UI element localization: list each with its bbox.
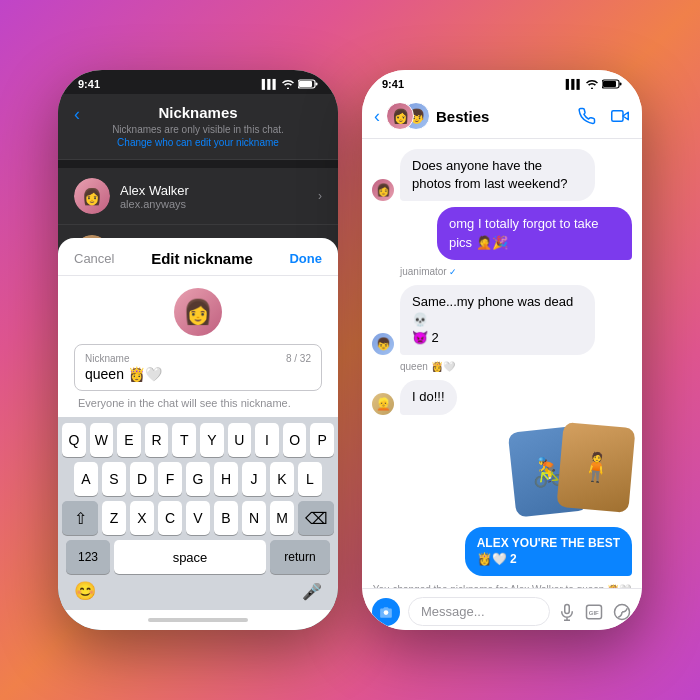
key-f[interactable]: F: [158, 462, 182, 496]
nicknames-title: Nicknames: [90, 104, 306, 121]
contact-item-alex[interactable]: 👩 Alex Walker alex.anyways ›: [58, 168, 338, 225]
key-l[interactable]: L: [298, 462, 322, 496]
key-b[interactable]: B: [214, 501, 238, 535]
svg-rect-6: [612, 111, 623, 122]
left-status-icons: ▌▌▌: [262, 79, 318, 89]
keyboard-row-3: ⇧ Z X C V B N M ⌫: [62, 501, 334, 535]
key-v[interactable]: V: [186, 501, 210, 535]
key-k[interactable]: K: [270, 462, 294, 496]
keyboard-row-1: Q W E R T Y U I O P: [62, 423, 334, 457]
message-input[interactable]: Message...: [408, 597, 550, 626]
chat-input-bar: Message... GIF: [362, 588, 642, 630]
home-indicator-left: [58, 610, 338, 630]
key-d[interactable]: D: [130, 462, 154, 496]
mic-icon[interactable]: [558, 603, 576, 621]
svg-rect-5: [620, 83, 622, 86]
key-g[interactable]: G: [186, 462, 210, 496]
nickname-input-box[interactable]: Nickname 8 / 32 queen 👸🤍: [74, 344, 322, 391]
right-status-icons: ▌▌▌: [566, 79, 622, 89]
key-u[interactable]: U: [228, 423, 252, 457]
cancel-button[interactable]: Cancel: [74, 251, 114, 266]
nickname-input-section: Nickname 8 / 32 queen 👸🤍 Everyone in the…: [58, 344, 338, 417]
msg-row-1: 👩 Does anyone have the photos from last …: [372, 149, 632, 201]
msg-sender-label-juanimator: juanimator ✓: [400, 266, 632, 277]
alex-username: alex.anyways: [120, 198, 318, 210]
gif-icon[interactable]: GIF: [584, 603, 604, 621]
nickname-label: Nickname: [85, 353, 129, 364]
svg-rect-4: [603, 81, 616, 87]
call-icon[interactable]: [578, 107, 596, 125]
keyboard-row-2: A S D F G H J K L: [62, 462, 334, 496]
nickname-value: queen 👸🤍: [85, 366, 311, 382]
right-wifi-icon: [586, 79, 598, 89]
space-key[interactable]: space: [114, 540, 266, 574]
wifi-icon: [282, 79, 294, 89]
key-s[interactable]: S: [102, 462, 126, 496]
shift-key[interactable]: ⇧: [62, 501, 98, 535]
home-bar-left: [148, 618, 248, 622]
key-w[interactable]: W: [90, 423, 114, 457]
key-h[interactable]: H: [214, 462, 238, 496]
key-r[interactable]: R: [145, 423, 169, 457]
photo-icon-2: 🧍: [556, 422, 635, 513]
msg-bubble-4: I do!!!: [400, 380, 457, 414]
backspace-key[interactable]: ⌫: [298, 501, 334, 535]
right-signal-icon: ▌▌▌: [566, 79, 582, 89]
msg-row-4: 👱 I do!!!: [372, 380, 632, 414]
key-a[interactable]: A: [74, 462, 98, 496]
key-e[interactable]: E: [117, 423, 141, 457]
key-p[interactable]: P: [310, 423, 334, 457]
back-button[interactable]: ‹: [74, 104, 80, 125]
video-icon[interactable]: [610, 107, 630, 125]
battery-icon: [298, 79, 318, 89]
group-avatar-1: 👩: [386, 102, 414, 130]
svg-rect-9: [565, 604, 570, 613]
nickname-count: 8 / 32: [286, 353, 311, 364]
msg-bubble-1: Does anyone have the photos from last we…: [400, 149, 595, 201]
alex-avatar: 👩: [74, 178, 110, 214]
key-c[interactable]: C: [158, 501, 182, 535]
change-nickname-link[interactable]: Change who can edit your nickname: [117, 137, 279, 148]
key-q[interactable]: Q: [62, 423, 86, 457]
msg-row-2: omg I totally forgot to take pics 🤦🎉: [372, 207, 632, 259]
svg-marker-7: [623, 112, 628, 120]
key-m[interactable]: M: [270, 501, 294, 535]
alex-name: Alex Walker: [120, 183, 318, 198]
key-o[interactable]: O: [283, 423, 307, 457]
svg-rect-1: [299, 81, 312, 87]
keyboard-row-bottom: 123 space return: [62, 540, 334, 574]
numbers-key[interactable]: 123: [66, 540, 110, 574]
key-j[interactable]: J: [242, 462, 266, 496]
camera-button[interactable]: [372, 598, 400, 626]
mic-key[interactable]: 🎤: [302, 582, 322, 601]
msg-avatar-3: 👱: [372, 393, 394, 415]
key-y[interactable]: Y: [200, 423, 224, 457]
svg-text:GIF: GIF: [589, 610, 599, 616]
left-phone: 9:41 ▌▌▌ ‹ Nicknames Nicknames are only: [58, 70, 338, 630]
camera-icon: [379, 606, 393, 618]
key-i[interactable]: I: [255, 423, 279, 457]
chat-back-button[interactable]: ‹: [374, 106, 380, 127]
alex-avatar-icon: 👩: [82, 187, 102, 206]
modal-header: Cancel Edit nickname Done: [58, 238, 338, 276]
msg-row-3: 👦 Same...my phone was dead 💀👿 2: [372, 285, 632, 356]
nicknames-header: ‹ Nicknames Nicknames are only visible i…: [58, 94, 338, 160]
key-t[interactable]: T: [172, 423, 196, 457]
verified-badge: ✓: [449, 267, 457, 277]
key-x[interactable]: X: [130, 501, 154, 535]
chevron-icon: ›: [318, 189, 322, 203]
key-z[interactable]: Z: [102, 501, 126, 535]
chat-header: ‹ 👩 👦 Besties: [362, 94, 642, 139]
alex-info: Alex Walker alex.anyways: [120, 183, 318, 210]
key-n[interactable]: N: [242, 501, 266, 535]
return-key[interactable]: return: [270, 540, 330, 574]
right-time: 9:41: [382, 78, 404, 90]
messages-area: 👩 Does anyone have the photos from last …: [362, 139, 642, 588]
sticker-icon[interactable]: [612, 603, 632, 621]
input-actions: GIF: [558, 603, 632, 621]
done-button[interactable]: Done: [289, 251, 322, 266]
modal-avatar-icon: 👩: [183, 298, 213, 326]
nicknames-subtitle: Nicknames are only visible in this chat.…: [90, 123, 306, 149]
emoji-key[interactable]: 😊: [74, 580, 96, 602]
nicknames-screen: ‹ Nicknames Nicknames are only visible i…: [58, 94, 338, 630]
